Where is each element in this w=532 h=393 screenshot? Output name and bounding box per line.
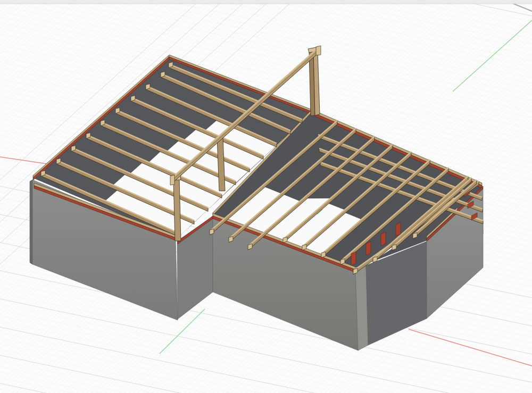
left-end-sliver [30,180,32,264]
toolbar-strip [0,0,532,4]
cad-viewport[interactable] [0,0,532,393]
sill-blocking [381,232,386,246]
sill-blocking [351,252,356,265]
sill-blocking [396,222,401,236]
frame-beam-cap [170,175,174,185]
frame-beam-cap [316,46,321,55]
sill-blocking [366,241,371,255]
toolbar-edge [0,0,532,4]
3d-scene-canvas[interactable] [0,0,532,393]
